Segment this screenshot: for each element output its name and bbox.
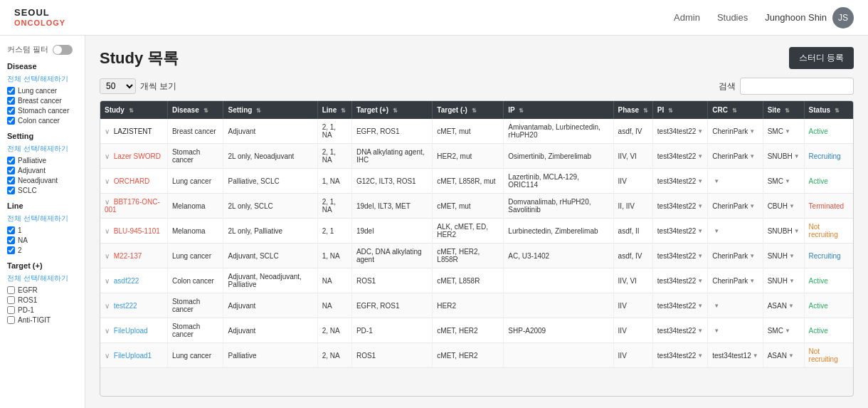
col-status[interactable]: Status ⇅ bbox=[804, 101, 853, 119]
nav-studies[interactable]: Studies bbox=[717, 12, 748, 23]
crc-dropdown-2[interactable]: ▼ bbox=[714, 178, 719, 184]
sclc-checkbox[interactable] bbox=[7, 187, 15, 194]
sidebar-item-egfr[interactable]: EGFR bbox=[7, 286, 78, 294]
sidebar-item-lineNA[interactable]: NA bbox=[7, 236, 78, 244]
setting-select-all[interactable]: 전체 선택/해제하기 bbox=[7, 144, 78, 154]
sidebar-item-pd1[interactable]: PD-1 bbox=[7, 306, 78, 314]
col-site[interactable]: Site ⇅ bbox=[763, 101, 804, 119]
col-crc[interactable]: CRC ⇅ bbox=[708, 101, 763, 119]
egfr-checkbox[interactable] bbox=[7, 286, 15, 294]
sidebar-item-lung[interactable]: Lung cancer bbox=[7, 87, 78, 95]
line2-checkbox[interactable] bbox=[7, 246, 15, 254]
site-dropdown-1[interactable]: ▼ bbox=[794, 153, 800, 159]
row-chevron-1[interactable]: ∨ bbox=[105, 152, 110, 160]
colon-checkbox[interactable] bbox=[7, 117, 15, 125]
stomach-checkbox[interactable] bbox=[7, 107, 15, 115]
anti-tigit-checkbox[interactable] bbox=[7, 316, 15, 324]
site-dropdown-8[interactable]: ▼ bbox=[785, 328, 790, 334]
site-dropdown-7[interactable]: ▼ bbox=[788, 303, 794, 309]
study-link-0[interactable]: LAZISTENT bbox=[114, 127, 152, 135]
lineNA-checkbox[interactable] bbox=[7, 236, 15, 244]
col-pi[interactable]: PI ⇅ bbox=[652, 101, 707, 119]
sidebar-item-sclc[interactable]: SCLC bbox=[7, 187, 78, 194]
sidebar-item-palliative[interactable]: Palliative bbox=[7, 157, 78, 164]
row-chevron-2[interactable]: ∨ bbox=[105, 177, 110, 185]
study-link-3[interactable]: BBT176-ONC-001 bbox=[105, 198, 160, 214]
study-link-2[interactable]: ORCHARD bbox=[114, 177, 150, 185]
sidebar-item-adjuvant[interactable]: Adjuvant bbox=[7, 167, 78, 174]
sidebar-item-colon[interactable]: Colon cancer bbox=[7, 117, 78, 125]
crc-dropdown-1[interactable]: ▼ bbox=[749, 153, 755, 159]
crc-dropdown-8[interactable]: ▼ bbox=[714, 328, 719, 334]
breast-checkbox[interactable] bbox=[7, 97, 15, 105]
row-chevron-8[interactable]: ∨ bbox=[105, 327, 110, 335]
row-chevron-7[interactable]: ∨ bbox=[105, 302, 110, 310]
site-dropdown-9[interactable]: ▼ bbox=[788, 352, 794, 359]
row-chevron-4[interactable]: ∨ bbox=[105, 227, 110, 235]
col-study[interactable]: Study ⇅ bbox=[100, 101, 167, 119]
line1-checkbox[interactable] bbox=[7, 226, 15, 234]
site-dropdown-6[interactable]: ▼ bbox=[789, 278, 795, 284]
custom-filter-toggle[interactable] bbox=[53, 45, 73, 55]
register-button[interactable]: 스터디 등록 bbox=[789, 47, 854, 69]
study-link-9[interactable]: FileUpload1 bbox=[114, 352, 152, 360]
crc-dropdown-3[interactable]: ▼ bbox=[749, 203, 755, 209]
nav-admin[interactable]: Admin bbox=[674, 12, 700, 23]
sidebar-item-line2[interactable]: 2 bbox=[7, 246, 78, 254]
sidebar-item-neoadjuvant[interactable]: Neoadjuvant bbox=[7, 177, 78, 184]
row-chevron-3[interactable]: ∨ bbox=[105, 198, 110, 206]
lung-checkbox[interactable] bbox=[7, 87, 15, 95]
site-dropdown-5[interactable]: ▼ bbox=[789, 253, 795, 259]
pi-dropdown-8[interactable]: ▼ bbox=[697, 328, 703, 334]
col-phase[interactable]: Phase ⇅ bbox=[613, 101, 652, 119]
crc-dropdown-0[interactable]: ▼ bbox=[749, 128, 755, 135]
crc-dropdown-4[interactable]: ▼ bbox=[714, 228, 719, 234]
study-link-5[interactable]: M22-137 bbox=[114, 252, 142, 260]
sidebar-item-breast[interactable]: Breast cancer bbox=[7, 97, 78, 105]
col-target-minus[interactable]: Target (-) ⇅ bbox=[433, 101, 504, 119]
col-ip[interactable]: IP ⇅ bbox=[504, 101, 613, 119]
study-link-4[interactable]: BLU-945-1101 bbox=[114, 227, 160, 235]
pi-dropdown-3[interactable]: ▼ bbox=[697, 203, 703, 209]
pi-dropdown-2[interactable]: ▼ bbox=[697, 178, 703, 184]
pi-dropdown-0[interactable]: ▼ bbox=[697, 128, 703, 135]
pi-dropdown-9[interactable]: ▼ bbox=[697, 352, 703, 359]
site-dropdown-4[interactable]: ▼ bbox=[794, 228, 800, 234]
adjuvant-checkbox[interactable] bbox=[7, 167, 15, 174]
col-target-plus[interactable]: Target (+) ⇅ bbox=[351, 101, 432, 119]
search-input[interactable] bbox=[740, 78, 854, 95]
pi-dropdown-4[interactable]: ▼ bbox=[697, 228, 703, 234]
study-link-1[interactable]: Lazer SWORD bbox=[114, 152, 161, 160]
target-select-all[interactable]: 전체 선택/해제하기 bbox=[7, 273, 78, 283]
crc-dropdown-7[interactable]: ▼ bbox=[714, 303, 719, 309]
sidebar-item-stomach[interactable]: Stomach cancer bbox=[7, 107, 78, 115]
study-link-8[interactable]: FileUpload bbox=[114, 327, 148, 335]
crc-dropdown-6[interactable]: ▼ bbox=[749, 278, 755, 284]
row-chevron-5[interactable]: ∨ bbox=[105, 252, 110, 260]
row-chevron-9[interactable]: ∨ bbox=[105, 352, 110, 360]
sidebar-item-ros1[interactable]: ROS1 bbox=[7, 296, 78, 304]
col-disease[interactable]: Disease ⇅ bbox=[167, 101, 223, 119]
line-select-all[interactable]: 전체 선택/해제하기 bbox=[7, 214, 78, 224]
col-setting[interactable]: Setting ⇅ bbox=[223, 101, 317, 119]
crc-dropdown-5[interactable]: ▼ bbox=[749, 253, 755, 259]
palliative-checkbox[interactable] bbox=[7, 157, 15, 164]
ros1-checkbox[interactable] bbox=[7, 296, 15, 304]
row-chevron-0[interactable]: ∨ bbox=[105, 127, 110, 135]
site-dropdown-0[interactable]: ▼ bbox=[785, 128, 790, 135]
study-link-6[interactable]: asdf222 bbox=[114, 277, 139, 285]
sidebar-item-anti-tigit[interactable]: Anti-TIGIT bbox=[7, 316, 78, 324]
neoadjuvant-checkbox[interactable] bbox=[7, 177, 15, 184]
col-line[interactable]: Line ⇅ bbox=[317, 101, 351, 119]
pi-dropdown-1[interactable]: ▼ bbox=[697, 153, 703, 159]
pi-dropdown-5[interactable]: ▼ bbox=[697, 253, 703, 259]
per-page-select[interactable]: 50 100 bbox=[100, 78, 136, 94]
site-dropdown-2[interactable]: ▼ bbox=[785, 178, 790, 184]
pi-dropdown-7[interactable]: ▼ bbox=[697, 303, 703, 309]
study-link-7[interactable]: test222 bbox=[114, 302, 137, 310]
row-chevron-6[interactable]: ∨ bbox=[105, 277, 110, 285]
pi-dropdown-6[interactable]: ▼ bbox=[697, 278, 703, 284]
disease-select-all[interactable]: 전체 선택/해제하기 bbox=[7, 74, 78, 84]
sidebar-item-line1[interactable]: 1 bbox=[7, 226, 78, 234]
crc-dropdown-9[interactable]: ▼ bbox=[753, 352, 758, 359]
